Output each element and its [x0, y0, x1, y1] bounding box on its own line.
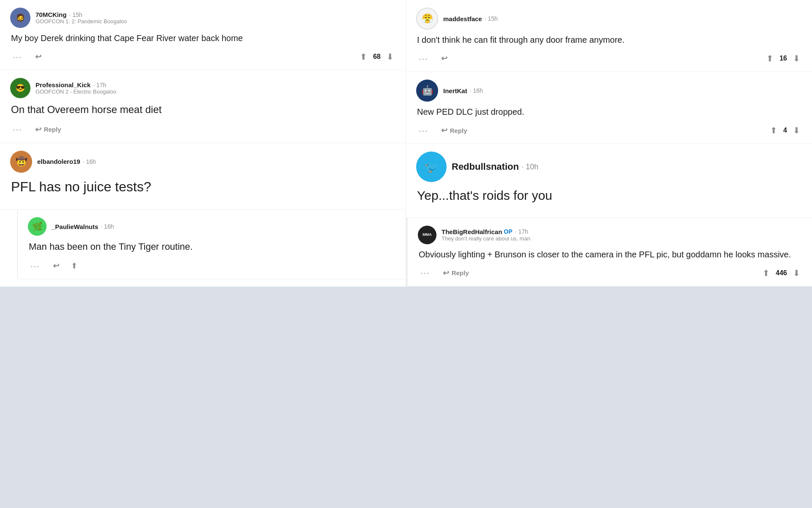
user-info: _PaulieWalnuts · 16h: [52, 223, 114, 230]
reply-icon: ↩: [441, 54, 447, 63]
timestamp: · 16h: [101, 223, 114, 230]
username: InertKat: [443, 87, 467, 94]
username: Professional_Kick: [36, 81, 91, 88]
downvote-button[interactable]: ⬇: [791, 52, 802, 64]
vote-group: ⬆ 446 ⬇: [761, 267, 802, 279]
comment-text: Obviously lighting + Brunson is closer t…: [418, 248, 802, 261]
timestamp: · 16h: [83, 158, 96, 165]
comment-text: On that Overeem horse meat diet: [10, 102, 395, 117]
comment-actions: ··· ↩ ⬆ 68 ⬇: [10, 50, 395, 63]
more-options-button[interactable]: ···: [416, 53, 431, 64]
comment-actions: ··· ↩ Reply ⬆ 4 ⬇: [416, 124, 802, 137]
reply-label: Reply: [450, 127, 467, 134]
downvote-button[interactable]: ⬇: [791, 124, 802, 136]
avatar: 🌿: [28, 217, 47, 236]
upvote-button[interactable]: ⬆: [761, 267, 771, 279]
upvote-button[interactable]: ⬆: [768, 124, 779, 136]
reply-icon: ↩: [53, 261, 59, 271]
reply-button[interactable]: ↩: [439, 52, 450, 65]
reply-button[interactable]: ↩ Reply: [440, 267, 472, 279]
vote-group: ⬆ 16 ⬇: [765, 52, 802, 64]
more-options-button[interactable]: ···: [416, 125, 431, 136]
reply-icon: ↩: [443, 268, 449, 278]
comment-actions: ··· ↩ Reply: [10, 123, 395, 136]
upvote-button[interactable]: ⬆: [358, 51, 369, 63]
user-info: InertKat · 16h: [443, 87, 483, 94]
comment-redbullsnation: 🐦 Redbullsnation · 10h Yep...that's roid…: [406, 144, 812, 218]
downvote-button[interactable]: ⬇: [385, 51, 395, 63]
more-options-button[interactable]: ···: [418, 267, 433, 279]
timestamp: · 17h: [93, 82, 106, 88]
more-options-button[interactable]: ···: [10, 51, 25, 63]
avatar: 😤: [416, 8, 438, 30]
comment-header: 🤖 InertKat · 16h: [416, 80, 802, 102]
comment-inertkat: 🤖 InertKat · 16h New PED DLC just droppe…: [406, 72, 812, 144]
more-options-button[interactable]: ···: [28, 260, 43, 272]
comment-thebig: MMA TheBigRedHalfrican OP · 17h They don…: [406, 218, 812, 287]
reply-icon: ↩: [441, 126, 447, 135]
username: maddestface: [443, 15, 482, 22]
reply-icon: ↩: [35, 125, 41, 134]
user-info: Redbullsnation · 10h: [452, 161, 538, 172]
username: 70MCKing: [36, 11, 66, 18]
avatar: MMA: [418, 226, 436, 244]
more-options-button[interactable]: ···: [10, 124, 25, 135]
flair: GOOFCON 1: 2: Pandemic Boogaloo: [36, 18, 127, 25]
comment-professional-kick: 😎 Professional_Kick · 17h GOOFCON 2 - El…: [0, 70, 406, 143]
comment-text: I don't think he can fit through any doo…: [416, 34, 802, 46]
reply-button[interactable]: ↩: [33, 50, 44, 63]
avatar: 🤖: [416, 80, 438, 102]
comment-header: 😎 Professional_Kick · 17h GOOFCON 2 - El…: [10, 78, 395, 98]
avatar: 🤠: [10, 151, 32, 173]
username: TheBigRedHalfrican: [442, 228, 502, 235]
timestamp: · 17h: [515, 228, 528, 235]
user-info: Professional_Kick · 17h GOOFCON 2 - Elec…: [36, 81, 116, 95]
avatar: 😎: [10, 78, 30, 98]
comment-header: 🐦 Redbullsnation · 10h: [416, 152, 802, 182]
comment-actions: ··· ↩ ⬆: [28, 260, 395, 272]
reply-button[interactable]: ↩ Reply: [33, 123, 64, 136]
comment-text: Yep...that's roids for you: [416, 186, 802, 205]
comment-elbandolero19: 🤠 elbandolero19 · 16h PFL has no juice t…: [0, 143, 406, 210]
comment-text: PFL has no juice tests?: [10, 177, 395, 196]
user-info: elbandolero19 · 16h: [37, 158, 96, 165]
vote-count: 4: [783, 127, 787, 134]
comment-text: New PED DLC just dropped.: [416, 106, 802, 118]
comment-text: My boy Derek drinking that Cape Fear Riv…: [10, 32, 395, 44]
username: Redbullsnation: [452, 161, 519, 172]
avatar: 🧔: [10, 8, 30, 28]
comment-paulie-walnuts: 🌿 _PaulieWalnuts · 16h Man has been on t…: [17, 210, 406, 279]
user-info: TheBigRedHalfrican OP · 17h They don't r…: [442, 228, 530, 242]
reply-icon: ↩: [35, 52, 41, 61]
vote-count: 68: [373, 53, 381, 61]
comment-header: 🧔 70MCKing · 15h GOOFCON 1: 2: Pandemic …: [10, 8, 395, 28]
username: elbandolero19: [37, 158, 80, 165]
comment-header: 😤 maddestface · 15h: [416, 8, 802, 30]
user-info: maddestface · 15h: [443, 15, 498, 22]
timestamp: · 15h: [485, 15, 498, 22]
reply-button[interactable]: ↩ Reply: [439, 124, 470, 137]
reply-button[interactable]: ↩: [50, 260, 62, 272]
flair: They don't really care about us, man: [442, 235, 530, 242]
avatar: 🐦: [416, 152, 447, 182]
vote-group: ⬆ 4 ⬇: [768, 124, 802, 136]
vote-count: 16: [779, 55, 787, 62]
username: _PaulieWalnuts: [52, 223, 98, 230]
reply-label: Reply: [44, 126, 61, 133]
comment-actions: ··· ↩ ⬆ 16 ⬇: [416, 52, 802, 65]
comment-header: 🌿 _PaulieWalnuts · 16h: [28, 217, 395, 236]
comment-text: Man has been on the Tiny Tiger routine.: [28, 240, 395, 254]
upvote-button[interactable]: ⬆: [69, 260, 79, 271]
reply-label: Reply: [452, 269, 469, 276]
upvote-button[interactable]: ⬆: [765, 52, 775, 64]
comment-70mcking: 🧔 70MCKing · 15h GOOFCON 1: 2: Pandemic …: [0, 0, 406, 70]
comment-header: 🤠 elbandolero19 · 16h: [10, 151, 395, 173]
flair: GOOFCON 2 - Electric Boogaloo: [36, 88, 116, 95]
op-badge: OP: [504, 228, 512, 235]
downvote-button[interactable]: ⬇: [791, 267, 802, 279]
timestamp: · 15h: [69, 11, 82, 18]
vote-count: 446: [776, 269, 787, 277]
timestamp: · 16h: [470, 87, 483, 94]
comment-maddestface: 😤 maddestface · 15h I don't think he can…: [406, 0, 812, 72]
user-info: 70MCKing · 15h GOOFCON 1: 2: Pandemic Bo…: [36, 11, 127, 25]
